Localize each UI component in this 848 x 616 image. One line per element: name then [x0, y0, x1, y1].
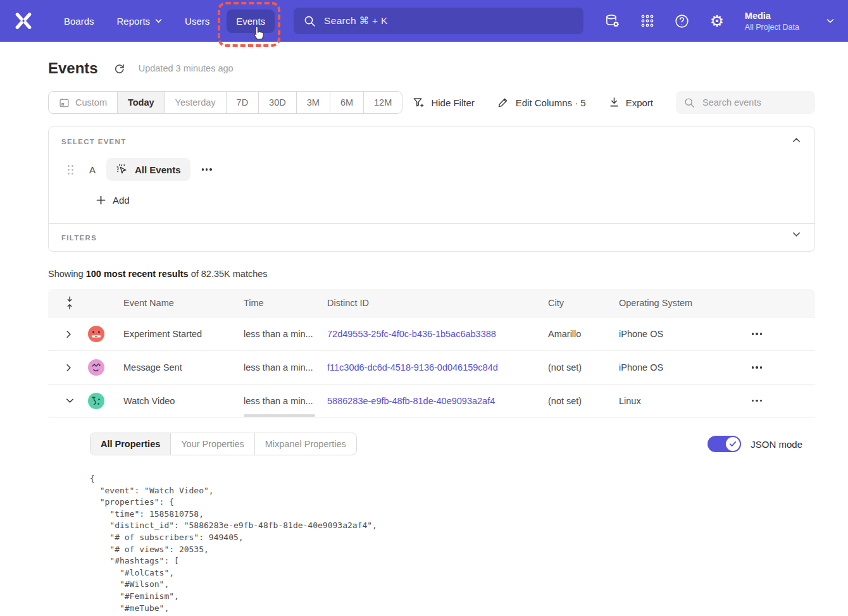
nav-item-users-label: Users: [185, 16, 209, 27]
all-events-chip[interactable]: All Events: [106, 158, 190, 181]
cell-city: (not set): [548, 396, 619, 406]
date-range-7d[interactable]: 7D: [226, 92, 259, 113]
add-event-button[interactable]: Add: [96, 195, 130, 206]
nav-item-events-label: Events: [236, 16, 265, 27]
page-title: Events: [48, 59, 98, 77]
search-icon: [684, 97, 695, 108]
main-content: Events Updated 3 minutes ago Custom: [48, 59, 815, 616]
cell-distinct-id-link[interactable]: 5886283e-e9fb-48fb-81de-40e9093a2af4: [327, 396, 495, 406]
column-header-city[interactable]: City: [548, 298, 619, 308]
avatar: [87, 325, 105, 343]
nav-item-users[interactable]: Users: [175, 9, 219, 33]
download-icon: [609, 97, 620, 108]
top-navbar: Boards Reports Users Events Se: [0, 0, 848, 42]
date-range-3m[interactable]: 3M: [296, 92, 330, 113]
chevron-down-icon[interactable]: [66, 398, 74, 403]
tab-all-properties[interactable]: All Properties: [90, 433, 170, 455]
collapse-section-button[interactable]: [790, 135, 803, 145]
settings-gear-icon[interactable]: ⚙: [709, 13, 725, 29]
search-events-field: [676, 91, 815, 114]
select-event-label: SELECT EVENT: [61, 138, 802, 145]
chevron-right-icon[interactable]: [66, 330, 72, 338]
horizontal-scrollbar-thumb[interactable]: [244, 414, 315, 417]
json-mode-control: JSON mode: [708, 436, 802, 452]
global-search-bar[interactable]: Search ⌘ + K: [294, 8, 583, 34]
all-events-chip-label: All Events: [135, 164, 181, 175]
nav-item-reports[interactable]: Reports: [108, 9, 172, 33]
nav-item-reports-label: Reports: [117, 16, 151, 27]
search-icon: [304, 15, 316, 27]
filters-section[interactable]: FILTERS: [49, 223, 814, 251]
properties-tabs: All Properties Your Properties Mixpanel …: [90, 433, 357, 455]
navbar-right-cluster: ⚙ Media All Project Data: [604, 11, 834, 32]
events-table: Event Name Time Distinct ID City Operati…: [48, 289, 815, 616]
hide-filter-button[interactable]: Hide Filter: [413, 97, 474, 109]
column-header-distinct-id[interactable]: Distinct ID: [327, 298, 548, 308]
project-name: Media: [745, 11, 799, 21]
table-row[interactable]: Experiment Started less than a min... 72…: [48, 317, 815, 350]
cell-time: less than a min...: [244, 396, 327, 406]
add-event-label: Add: [113, 195, 130, 206]
nav-item-boards-label: Boards: [64, 16, 94, 27]
tab-your-properties[interactable]: Your Properties: [170, 433, 254, 455]
chevron-down-icon: [826, 18, 834, 23]
tab-mixpanel-properties[interactable]: Mixpanel Properties: [254, 433, 356, 455]
chevron-down-icon: [792, 231, 801, 237]
cell-city: Amarillo: [548, 329, 619, 339]
date-range-yesterday[interactable]: Yesterday: [165, 92, 226, 113]
date-range-12m[interactable]: 12M: [363, 92, 402, 113]
cell-event-name: Watch Video: [123, 396, 244, 406]
sort-icon[interactable]: [48, 296, 87, 310]
search-events-input[interactable]: [701, 97, 807, 108]
nav-item-boards[interactable]: Boards: [54, 9, 104, 33]
table-row[interactable]: Message Sent less than a min... f11c30d6…: [48, 350, 815, 384]
table-row-expanded[interactable]: Watch Video less than a min... 5886283e-…: [48, 384, 815, 417]
global-search-placeholder: Search ⌘ + K: [324, 15, 388, 27]
chevron-right-icon[interactable]: [66, 364, 72, 372]
column-header-time[interactable]: Time: [244, 298, 327, 308]
more-icon[interactable]: [198, 164, 216, 174]
cell-time: less than a min...: [244, 329, 327, 339]
avatar: [87, 392, 105, 410]
results-count: 100 most recent results: [86, 269, 189, 279]
nav-item-events[interactable]: Events: [227, 9, 275, 33]
more-icon[interactable]: [748, 362, 766, 372]
event-json-view: { "event": "Watch Video", "properties": …: [90, 473, 802, 616]
edit-columns-button[interactable]: Edit Columns · 5: [497, 97, 586, 109]
pencil-icon: [497, 97, 509, 109]
table-controls: Hide Filter Edit Columns · 5: [413, 91, 815, 114]
nav-item-events-wrapper: Events: [227, 9, 275, 33]
filter-funnel-icon: [413, 97, 425, 109]
refresh-icon[interactable]: [113, 63, 125, 75]
data-management-icon[interactable]: [604, 13, 621, 29]
help-icon[interactable]: [674, 13, 690, 29]
apps-grid-icon[interactable]: [639, 13, 656, 29]
more-icon[interactable]: [748, 396, 766, 405]
title-row: Events Updated 3 minutes ago: [48, 59, 815, 77]
json-mode-label: JSON mode: [751, 439, 802, 450]
query-builder-panel: SELECT EVENT A: [48, 126, 815, 252]
date-range-today[interactable]: Today: [117, 92, 165, 113]
filters-label: FILTERS: [61, 234, 97, 242]
cell-distinct-id-link[interactable]: f11c30d6-dc6d-4518-9136-0d046159c84d: [327, 362, 498, 373]
column-header-event-name[interactable]: Event Name: [123, 298, 244, 308]
cell-os: iPhone OS: [619, 329, 737, 339]
drag-handle-icon[interactable]: [67, 164, 74, 175]
date-range-custom[interactable]: Custom: [49, 92, 117, 113]
expand-filters-button[interactable]: [790, 229, 803, 240]
column-header-os[interactable]: Operating System: [619, 298, 737, 308]
cell-os: Linux: [619, 396, 737, 406]
cell-distinct-id-link[interactable]: 72d49553-25fc-4f0c-b436-1b5ac6ab3388: [327, 329, 496, 339]
plus-icon: [96, 195, 106, 205]
event-letter-label: A: [89, 164, 96, 175]
table-header-row: Event Name Time Distinct ID City Operati…: [48, 289, 815, 317]
project-scope: All Project Data: [745, 23, 799, 32]
more-icon[interactable]: [748, 329, 766, 338]
json-mode-toggle[interactable]: [708, 436, 741, 452]
export-button[interactable]: Export: [609, 97, 653, 108]
event-detail-panel: All Properties Your Properties Mixpanel …: [48, 417, 815, 616]
mixpanel-logo-icon[interactable]: [13, 10, 34, 32]
date-range-6m[interactable]: 6M: [330, 92, 363, 113]
project-selector[interactable]: Media All Project Data: [745, 11, 799, 32]
date-range-30d[interactable]: 30D: [258, 92, 296, 113]
